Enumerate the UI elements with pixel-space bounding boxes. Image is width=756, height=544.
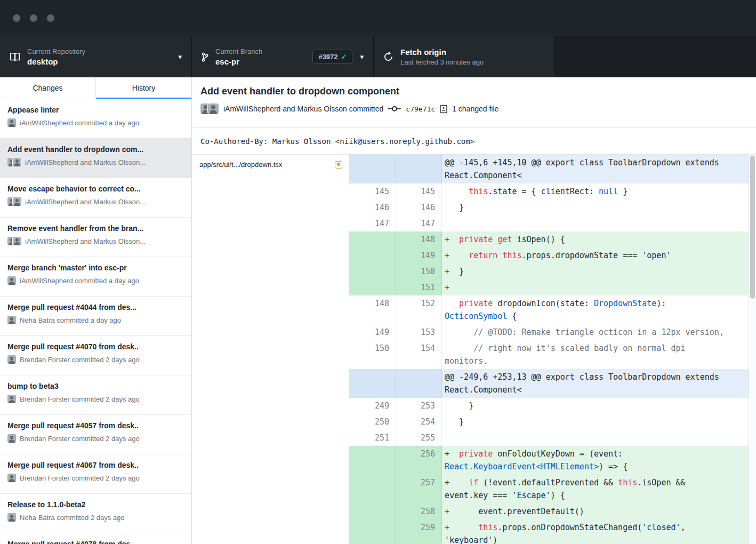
close-button[interactable] [13, 14, 20, 22]
page-title: Add event handler to dropdown component [200, 86, 747, 97]
scrollbar-thumb[interactable] [750, 156, 755, 299]
avatar-stack [7, 197, 21, 206]
commit-list-item[interactable]: Merge branch 'master' into esc-pr iAmWil… [0, 257, 191, 297]
commit-meta: iAmWillShepherd committed a day ago [20, 119, 139, 127]
commit-meta: Brendan Forster committed 2 days ago [20, 474, 140, 482]
avatar [13, 158, 21, 166]
code-line: // @TODO: Remake triangle octicon in a 1… [442, 324, 749, 340]
diff-added-line: 256+ private onFoldoutKeyDown = (event: … [349, 446, 749, 475]
old-line-gutter [349, 231, 396, 247]
diff-hunk-header: @@ -145,6 +145,10 @@ export class Toolba… [349, 155, 749, 183]
old-line-gutter [349, 263, 396, 279]
main-area: Changes History Appease linter iAmWillSh… [0, 77, 756, 544]
diff-context-line: 251255 [349, 430, 749, 446]
diff-added-line: 149+ return this.props.dropdownState ===… [349, 247, 749, 263]
code-line: + if (!event.defaultPrevented && this.is… [442, 475, 749, 503]
chevron-down-icon: ▾ [178, 53, 182, 61]
commit-list-item[interactable]: Merge pull request #4057 from desk.. Bre… [0, 415, 191, 454]
titlebar [0, 0, 756, 36]
commit-list-item[interactable]: Appease linter iAmWillShepherd committed… [0, 99, 191, 139]
code-line: // right now it's scaled badly on normal… [442, 340, 749, 369]
repository-dropdown-button[interactable]: Current Repository desktop ▾ [0, 36, 192, 77]
commit-list-item[interactable]: Merge pull request #4070 from desk.. Bre… [0, 336, 191, 375]
new-line-gutter: 253 [396, 398, 442, 414]
repo-book-icon [10, 52, 20, 62]
commit-title: Merge pull request #4057 from desk.. [7, 421, 184, 430]
branch-name: esc-pr [215, 57, 262, 66]
commit-meta: iAmWillShepherd and Markus Olsson... [25, 158, 146, 166]
diff-context-line: 145145 this.state = { clientRect: null } [349, 183, 749, 199]
tab-history[interactable]: History [95, 77, 191, 99]
avatar [208, 103, 219, 114]
new-line-gutter: 254 [396, 414, 442, 430]
code-line: } [442, 398, 749, 414]
tab-changes[interactable]: Changes [0, 77, 95, 99]
diff-added-line: 257+ if (!event.defaultPrevented && this… [349, 475, 749, 503]
commit-detail-pane: Add event handler to dropdown component … [192, 77, 756, 544]
fetch-subtitle: Last fetched 3 minutes ago [400, 58, 484, 66]
commit-list-item[interactable]: Move escape behavior to correct co... iA… [0, 178, 191, 218]
commit-meta: iAmWillShepherd committed a day ago [20, 277, 139, 285]
old-line-gutter: 249 [349, 398, 396, 414]
toolbar: Current Repository desktop ▾ Current Bra… [0, 36, 756, 77]
fetch-origin-button[interactable]: Fetch origin Last fetched 3 minutes ago [374, 36, 555, 77]
old-line-gutter: 150 [349, 340, 396, 369]
file-list-item[interactable]: app/src/ui/t.../dropdown.tsx [192, 155, 349, 174]
commit-title: Merge pull request #4070 from desk.. [7, 342, 184, 351]
commit-meta: Neha Batra committed a day ago [20, 316, 121, 324]
commit-list-item[interactable]: Remove event handler from the bran... iA… [0, 218, 191, 257]
branch-dropdown-button[interactable]: Current Branch esc-pr #3972✓ ▾ [192, 36, 374, 77]
code-line: + [442, 279, 749, 295]
old-line-gutter: 251 [349, 430, 396, 446]
commit-list-item-partial[interactable]: Merge pull request #4078 from des... [0, 533, 191, 544]
commit-title: bump to beta3 [7, 382, 184, 390]
old-line-gutter [349, 369, 396, 398]
commit-title: Release to 1.1.0-beta2 [7, 500, 184, 509]
changed-file-icon [440, 105, 447, 114]
commit-title: Merge pull request #4078 from des... [7, 540, 184, 544]
commit-list-item[interactable]: Release to 1.1.0-beta2 Neha Batra commit… [0, 494, 191, 533]
code-line: + this.props.onDropdownStateChanged('clo… [442, 519, 749, 544]
code-line: this.state = { clientRect: null } [442, 183, 749, 199]
commit-title: Merge branch 'master' into esc-pr [7, 263, 184, 272]
old-line-gutter [349, 279, 396, 295]
git-branch-icon [202, 52, 208, 62]
diff-added-line: 150+ } [349, 263, 749, 279]
commit-list-item-selected[interactable]: Add event handler to dropdown com... iAm… [0, 139, 191, 178]
avatar [7, 434, 16, 443]
diff-added-line: 148+ private get isOpen() { [349, 231, 749, 247]
toolbar-empty-area [555, 36, 756, 77]
commit-meta: iAmWillShepherd and Markus Olsson... [25, 198, 146, 206]
old-line-gutter: 149 [349, 324, 396, 340]
avatar [7, 513, 16, 522]
diff-context-line: 150154 // right now it's scaled badly on… [349, 340, 749, 369]
minimize-button[interactable] [30, 14, 37, 22]
old-line-gutter [349, 475, 396, 503]
avatar [7, 118, 16, 127]
commit-meta: Brendan Forster committed 2 days ago [20, 356, 140, 364]
diff-context-line: 147147 [349, 215, 749, 231]
traffic-lights [13, 14, 54, 22]
commit-list-item[interactable]: Merge pull request #4067 from desk.. Bre… [0, 454, 191, 494]
new-line-gutter: 255 [396, 430, 442, 446]
committers-text: iAmWillShepherd and Markus Olsson commit… [223, 105, 383, 113]
sync-icon [383, 52, 393, 62]
code-line: + private onFoldoutKeyDown = (event: Rea… [442, 446, 749, 475]
commit-list-item[interactable]: Merge pull request #4044 from des... Neh… [0, 297, 191, 336]
commit-title: Merge pull request #4044 from des... [7, 303, 184, 311]
commit-title: Remove event handler from the bran... [7, 224, 184, 233]
new-line-gutter: 152 [396, 295, 442, 324]
diff-added-line: 259+ this.props.onDropdownStateChanged('… [349, 519, 749, 544]
changed-files-count: 1 changed file [452, 105, 498, 113]
avatar [13, 197, 21, 206]
new-line-gutter: 146 [396, 199, 442, 215]
commit-list-item[interactable]: bump to beta3 Brendan Forster committed … [0, 375, 191, 415]
new-line-gutter: 256 [396, 446, 442, 475]
commit-meta: iAmWillShepherd and Markus Olsson... [25, 237, 146, 245]
hunk-header-text: @@ -249,6 +253,13 @@ export class Toolba… [442, 369, 749, 398]
vertical-scrollbar[interactable] [749, 155, 756, 544]
code-line [442, 215, 749, 231]
zoom-button[interactable] [47, 14, 54, 22]
sidebar: Changes History Appease linter iAmWillSh… [0, 77, 192, 544]
code-line: + event.preventDefault() [442, 503, 749, 519]
